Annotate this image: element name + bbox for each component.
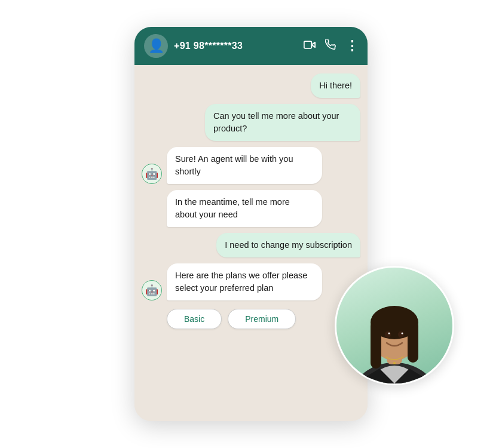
svg-point-11 <box>398 332 404 338</box>
header-action-icons: ⋮ <box>304 38 358 54</box>
svg-point-9 <box>372 306 417 333</box>
phone-call-icon[interactable] <box>325 39 336 53</box>
contact-avatar: 👤 <box>144 34 168 58</box>
bubble-subscription: I need to change my subscription <box>216 233 360 257</box>
svg-point-12 <box>388 333 390 335</box>
bubble-tell-me: Can you tell me more about your product? <box>205 104 360 141</box>
svg-rect-1 <box>304 41 311 48</box>
premium-plan-button[interactable]: Premium <box>228 309 296 329</box>
bubble-agent: Sure! An agent will be with you shortly <box>167 147 322 184</box>
bot-avatar-2: 🤖 <box>142 280 162 300</box>
person-photo <box>336 268 452 383</box>
chat-body: Hi there! Can you tell me more about you… <box>134 65 368 421</box>
bot-icon-2: 🤖 <box>145 284 158 297</box>
plan-buttons-row: Basic Premium <box>142 306 360 332</box>
message-row-2: Can you tell me more about your product? <box>142 104 360 141</box>
message-row-1: Hi there! <box>142 73 360 98</box>
bot-icon-1: 🤖 <box>145 167 158 180</box>
basic-plan-button[interactable]: Basic <box>167 309 222 329</box>
chat-header: 👤 +91 98*******33 ⋮ <box>134 27 368 65</box>
message-row-6: 🤖 Here are the plans we offer please sel… <box>142 263 360 300</box>
avatar-icon: 👤 <box>148 39 164 53</box>
phone-mockup: 👤 +91 98*******33 ⋮ <box>134 27 368 421</box>
bubble-meantime: In the meantime, tell me more about your… <box>167 190 322 227</box>
video-call-icon[interactable] <box>304 39 316 54</box>
svg-point-16 <box>393 362 396 364</box>
message-row-4: In the meantime, tell me more about your… <box>142 190 360 227</box>
person-svg <box>338 268 451 383</box>
bubble-hi-there: Hi there! <box>311 73 360 98</box>
message-row-3: 🤖 Sure! An agent will be with you shortl… <box>142 147 360 184</box>
svg-point-13 <box>402 333 403 335</box>
bubble-plans: Here are the plans we offer please selec… <box>167 263 322 300</box>
scene: 👤 +91 98*******33 ⋮ <box>36 15 466 433</box>
more-options-icon[interactable]: ⋮ <box>345 38 358 54</box>
contact-number: +91 98*******33 <box>174 41 298 51</box>
message-row-5: I need to change my subscription <box>142 233 360 257</box>
bot-avatar-1: 🤖 <box>142 164 162 184</box>
person-image <box>335 266 454 385</box>
svg-point-10 <box>385 332 391 338</box>
